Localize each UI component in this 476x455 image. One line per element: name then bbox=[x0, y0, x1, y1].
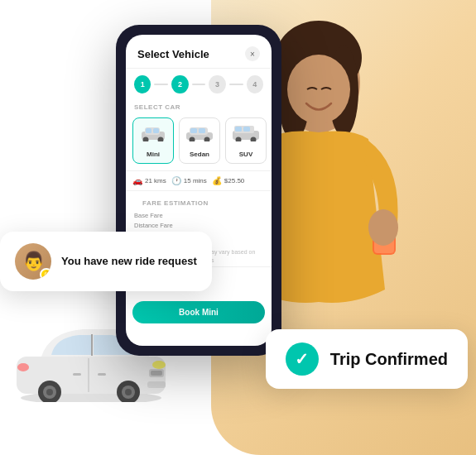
svg-point-39 bbox=[17, 363, 29, 371]
car-option-mini[interactable]: Mini bbox=[132, 117, 174, 164]
svg-point-4 bbox=[287, 55, 350, 124]
step-2[interactable]: 2 bbox=[171, 75, 188, 93]
select-car-label: SELECT CAR bbox=[126, 100, 272, 114]
trip-time: 🕐 15 mins bbox=[171, 176, 207, 185]
trip-stats: 🚗 21 kms 🕐 15 mins 💰 $25.50 bbox=[126, 170, 272, 191]
svg-rect-37 bbox=[151, 371, 162, 376]
bell-badge: 🔔 bbox=[40, 268, 51, 280]
fare-section-label: FARE ESTIMATION bbox=[134, 196, 263, 210]
steps-indicator: 1 2 3 4 bbox=[126, 69, 272, 100]
trip-distance: 🚗 21 kms bbox=[132, 176, 166, 185]
sedan-label: Sedan bbox=[190, 151, 209, 158]
phone-screen: Select Vehicle × 1 2 3 4 SELECT CAR bbox=[126, 35, 272, 346]
close-button[interactable]: × bbox=[245, 46, 260, 61]
check-circle: ✓ bbox=[286, 342, 319, 376]
svg-rect-26 bbox=[243, 127, 250, 132]
phone-screen-title: Select Vehicle bbox=[137, 48, 209, 60]
phone-mockup: Select Vehicle × 1 2 3 4 SELECT CAR bbox=[116, 25, 281, 356]
step-1[interactable]: 1 bbox=[134, 75, 151, 93]
suv-car-icon bbox=[229, 123, 262, 141]
car-option-sedan[interactable]: Sedan bbox=[179, 117, 220, 164]
svg-rect-19 bbox=[190, 128, 197, 133]
svg-point-8 bbox=[368, 209, 398, 246]
svg-rect-13 bbox=[146, 128, 151, 133]
svg-point-45 bbox=[125, 389, 132, 395]
car-option-suv[interactable]: SUV bbox=[225, 117, 267, 164]
trip-confirmed-card: ✓ Trip Confirmed bbox=[266, 329, 468, 389]
svg-rect-20 bbox=[199, 128, 205, 133]
suv-label: SUV bbox=[239, 151, 252, 158]
distance-icon: 🚗 bbox=[132, 176, 142, 185]
sedan-car-icon bbox=[183, 123, 216, 141]
time-icon: 🕐 bbox=[171, 176, 181, 185]
notification-card: 👨 🔔 You have new ride request bbox=[0, 232, 212, 291]
svg-rect-47 bbox=[73, 373, 81, 376]
step-line-2 bbox=[192, 84, 206, 85]
check-icon: ✓ bbox=[295, 349, 309, 369]
notification-text: You have new ride request bbox=[61, 255, 197, 269]
phone-header: Select Vehicle × bbox=[126, 35, 272, 69]
svg-point-38 bbox=[152, 361, 166, 369]
step-line-3 bbox=[229, 84, 243, 85]
svg-rect-49 bbox=[147, 381, 166, 388]
fare-row-distance: Distance Fare bbox=[134, 220, 263, 230]
step-line-1 bbox=[154, 84, 168, 85]
bell-icon: 🔔 bbox=[42, 271, 51, 279]
step-3[interactable]: 3 bbox=[209, 75, 225, 93]
step-4[interactable]: 4 bbox=[247, 75, 263, 93]
car-options-list: Mini Sedan bbox=[126, 114, 272, 170]
mini-car-icon bbox=[137, 123, 170, 141]
trip-confirmed-text: Trip Confirmed bbox=[330, 350, 448, 369]
mini-label: Mini bbox=[147, 151, 160, 158]
book-button[interactable]: Book Mini bbox=[132, 301, 265, 323]
driver-avatar: 👨 🔔 bbox=[15, 243, 51, 280]
fare-row-base: Base Fare bbox=[134, 210, 263, 220]
price-icon: 💰 bbox=[212, 176, 222, 185]
svg-rect-48 bbox=[98, 373, 106, 376]
svg-point-42 bbox=[46, 389, 53, 395]
svg-rect-25 bbox=[235, 127, 242, 132]
avatar-person-icon: 👨 bbox=[22, 251, 45, 272]
svg-rect-14 bbox=[153, 128, 159, 133]
trip-price: 💰 $25.50 bbox=[212, 176, 244, 185]
